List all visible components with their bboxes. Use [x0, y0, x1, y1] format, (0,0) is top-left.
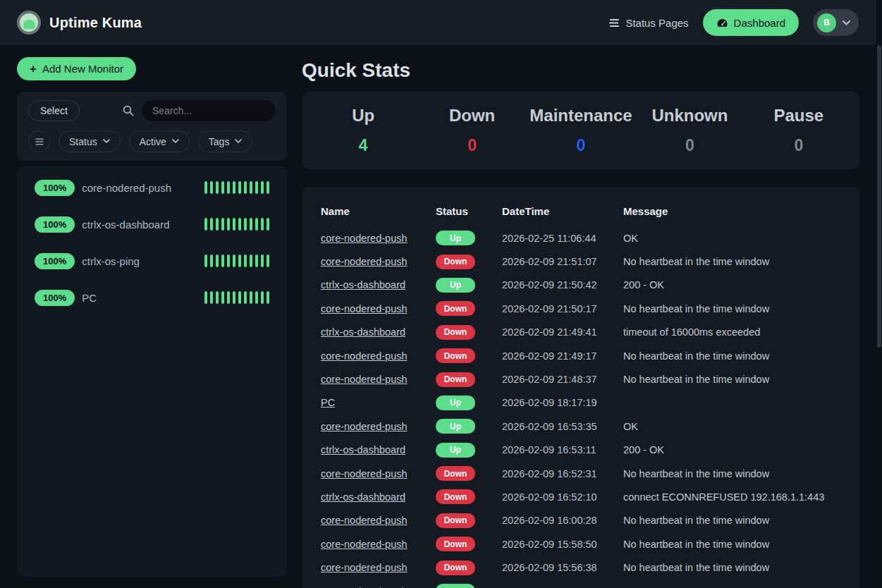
monitor-link[interactable]: core-nodered-push	[321, 374, 408, 385]
message-cell: timeout of 16000ms exceeded	[623, 326, 841, 338]
stat-value: 4	[309, 136, 417, 155]
datetime-cell: 2026-02-09 16:53:35	[502, 421, 623, 432]
datetime-cell: 2026-02-09 18:17:19	[502, 397, 623, 408]
monitor-link[interactable]: core-nodered-push	[321, 562, 408, 573]
main-panel: Quick Stats Up 4 Down 0 Maintenance	[302, 57, 860, 588]
navbar: Uptime Kuma Status Pages Dashboard B	[0, 0, 882, 45]
events-table-card: Name Status DateTime Message core-nodere…	[302, 187, 860, 588]
monitor-link[interactable]: core-nodered-push	[321, 303, 408, 314]
plus-icon: +	[30, 63, 37, 75]
status-pages-label: Status Pages	[625, 17, 688, 29]
status-badge: Down	[436, 255, 475, 269]
table-row: core-nodered-push Down 2026-02-09 21:49:…	[321, 344, 841, 367]
message-cell: No heartbeat in the time window	[623, 562, 841, 573]
heartbeat-bar	[204, 181, 270, 194]
datetime-cell: 2026-02-09 21:49:17	[502, 350, 623, 362]
monitor-link[interactable]: core-nodered-push	[321, 421, 408, 432]
table-row: ctrlx-os-dashboard Down 2026-02-09 21:49…	[321, 321, 841, 344]
monitor-link[interactable]: core-nodered-push	[321, 468, 408, 479]
status-filter-dropdown[interactable]: Status	[59, 130, 121, 152]
message-cell: No heartbeat in the time window	[623, 539, 841, 550]
monitor-link[interactable]: PC	[321, 397, 335, 408]
select-button[interactable]: Select	[28, 100, 80, 121]
monitor-link[interactable]: core-nodered-push	[321, 256, 408, 267]
datetime-cell: 2026-02-09 15:58:50	[502, 539, 623, 550]
stream-lines-icon	[609, 18, 620, 27]
datetime-cell: 2026-02-09 15:56:38	[502, 562, 623, 573]
brand[interactable]: Uptime Kuma	[17, 11, 142, 35]
stat-label: Pause	[745, 106, 853, 125]
stat-value: 0	[527, 136, 635, 155]
datetime-cell: 2026-02-09 16:52:31	[502, 468, 623, 479]
monitor-link[interactable]: ctrlx-os-dashboard	[321, 326, 405, 338]
nav-right: Status Pages Dashboard B	[609, 9, 859, 36]
monitor-list-item[interactable]: 100% ctrlx-os-dashboard	[35, 206, 269, 243]
monitor-link[interactable]: core-nodered-push	[321, 586, 408, 588]
user-menu[interactable]: B	[813, 9, 859, 36]
heartbeat-bar	[204, 291, 270, 304]
tags-filter-dropdown[interactable]: Tags	[198, 130, 253, 152]
table-row: core-nodered-push Down 2026-02-09 15:56:…	[321, 556, 841, 579]
status-badge: Up	[436, 278, 475, 293]
stat-column: Pause 0	[745, 106, 853, 155]
page-scrollbar-thumb[interactable]	[877, 45, 881, 348]
monitor-link[interactable]: ctrlx-os-dashboard	[321, 279, 405, 290]
header-status: Status	[436, 205, 502, 217]
stat-value: 0	[635, 136, 744, 155]
monitor-list-item[interactable]: 100% ctrlx-os-ping	[35, 243, 269, 279]
datetime-cell: 2026-02-09 21:49:41	[502, 326, 623, 338]
chevron-down-icon	[172, 139, 179, 144]
message-cell: 200 - OK	[623, 279, 841, 290]
search-input[interactable]	[142, 100, 276, 121]
table-row: core-nodered-push Down 2026-02-09 21:50:…	[321, 297, 841, 320]
status-badge: Up	[436, 443, 475, 458]
status-badge: Down	[436, 348, 475, 363]
table-row: core-nodered-push Up 2026-02-09 15:56:20…	[321, 580, 841, 588]
datetime-cell: 2026-02-09 15:56:20	[502, 586, 623, 588]
message-cell: OK	[623, 421, 841, 432]
monitor-link[interactable]: ctrlx-os-dashboard	[321, 491, 405, 503]
add-new-monitor-button[interactable]: + Add New Monitor	[17, 57, 136, 80]
status-pages-link[interactable]: Status Pages	[609, 17, 688, 29]
monitor-list-item[interactable]: 100% PC	[35, 279, 269, 316]
monitor-name: ctrlx-os-ping	[82, 255, 140, 267]
monitor-link[interactable]: core-nodered-push	[321, 515, 408, 526]
table-row: core-nodered-push Down 2026-02-09 16:00:…	[321, 509, 841, 532]
table-row: ctrlx-os-dashboard Up 2026-02-09 21:50:4…	[321, 274, 841, 297]
quick-stats-card: Up 4 Down 0 Maintenance 0 Unknown	[302, 92, 860, 169]
monitor-link[interactable]: core-nodered-push	[321, 233, 408, 244]
uptime-badge: 100%	[35, 290, 75, 306]
header-datetime: DateTime	[502, 205, 623, 217]
message-cell: connect ECONNREFUSED 192.168.1.1:443	[623, 491, 841, 503]
status-badge: Up	[436, 396, 475, 410]
active-filter-dropdown[interactable]: Active	[129, 130, 190, 152]
monitor-link[interactable]: ctrlx-os-dashboard	[321, 444, 405, 455]
stat-label: Unknown	[635, 106, 744, 125]
monitor-name: ctrlx-os-dashboard	[82, 219, 169, 231]
table-row: core-nodered-push Up 2026-02-09 16:53:35…	[321, 415, 841, 438]
avatar: B	[817, 13, 836, 32]
stat-column: Up 4	[309, 106, 417, 155]
monitor-list: 100% core-nodered-push 100% ctrlx-os-das…	[17, 166, 287, 577]
dashboard-button[interactable]: Dashboard	[703, 9, 799, 36]
datetime-cell: 2026-02-09 21:48:37	[502, 374, 623, 385]
message-cell: No heartbeat in the time window	[623, 374, 841, 385]
monitor-list-item[interactable]: 100% core-nodered-push	[35, 169, 269, 206]
status-badge: Up	[436, 231, 475, 245]
stat-column: Unknown 0	[635, 106, 744, 155]
message-cell: No heartbeat in the time window	[623, 468, 841, 479]
dashboard-label: Dashboard	[734, 17, 785, 29]
monitor-link[interactable]: core-nodered-push	[321, 350, 408, 362]
status-badge: Down	[436, 537, 475, 551]
table-row: core-nodered-push Down 2026-02-09 21:48:…	[321, 367, 841, 391]
stat-column: Down 0	[417, 106, 526, 155]
status-badge: Up	[436, 584, 475, 588]
content: + Add New Monitor Select	[0, 45, 882, 588]
table-row: core-nodered-push Down 2026-02-09 16:52:…	[321, 462, 841, 485]
monitor-link[interactable]: core-nodered-push	[321, 539, 408, 550]
datetime-cell: 2026-02-09 16:53:11	[502, 444, 623, 455]
table-row: core-nodered-push Up 2026-02-25 11:06:44…	[321, 226, 841, 250]
list-layout-button[interactable]	[28, 130, 50, 152]
table-row: core-nodered-push Down 2026-02-09 15:58:…	[321, 532, 841, 556]
message-cell: OK	[623, 586, 841, 588]
